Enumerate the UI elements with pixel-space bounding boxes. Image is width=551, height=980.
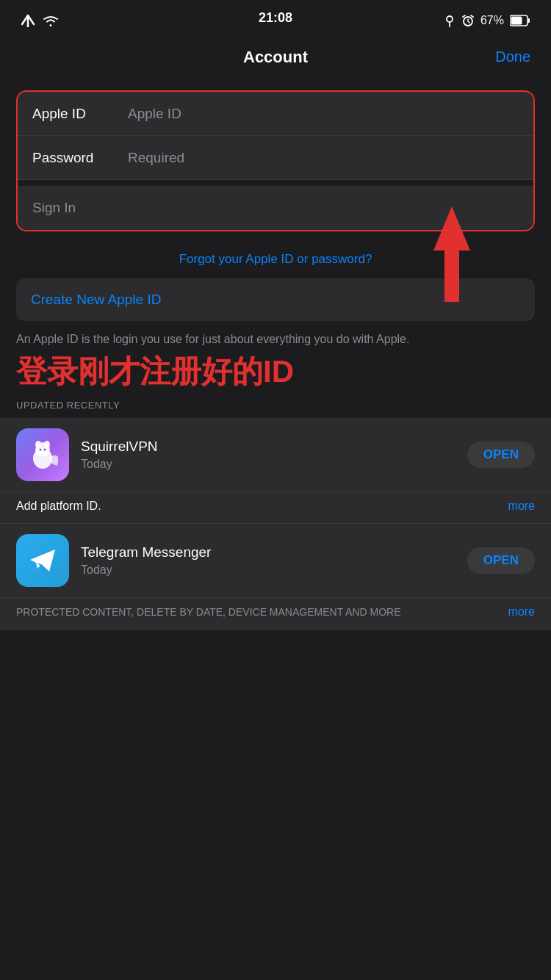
sign-in-label: Sign In [32, 200, 76, 216]
squirrelvpn-date: Today [81, 458, 467, 471]
telegram-open-button[interactable]: OPEN [467, 547, 535, 574]
squirrelvpn-info: SquirrelVPN Today [81, 439, 467, 471]
svg-point-9 [35, 441, 41, 448]
svg-point-12 [44, 448, 46, 450]
svg-rect-5 [511, 17, 522, 25]
location-icon [444, 14, 455, 27]
svg-point-10 [44, 441, 50, 448]
squirrelvpn-more-link[interactable]: more [508, 500, 535, 513]
password-row: Password [18, 136, 533, 180]
apple-id-row: Apple ID [18, 92, 533, 136]
telegram-name: Telegram Messenger [81, 544, 467, 561]
apple-id-label: Apple ID [32, 106, 128, 122]
squirrelvpn-description: Add platform ID. [16, 500, 501, 513]
app-list: SquirrelVPN Today OPEN Add platform ID. … [0, 418, 551, 630]
password-input[interactable] [128, 150, 519, 166]
telegram-icon [16, 534, 69, 587]
telegram-date: Today [81, 563, 467, 577]
signal-icon [21, 14, 35, 27]
chinese-annotation: 登录刚才注册好的ID [0, 350, 551, 393]
squirrelvpn-icon [16, 428, 69, 481]
svg-point-1 [447, 16, 453, 22]
svg-point-11 [40, 448, 42, 450]
wifi-icon [43, 14, 59, 27]
squirrelvpn-desc-row: Add platform ID. more [0, 492, 551, 524]
squirrelvpn-app-item: SquirrelVPN Today OPEN [0, 418, 551, 492]
telegram-desc-row: PROTECTED CONTENT, DELETE BY DATE, DEVIC… [0, 598, 551, 630]
form-container: Apple ID Password Sign In [0, 90, 551, 231]
telegram-info: Telegram Messenger Today [81, 544, 467, 577]
telegram-description: PROTECTED CONTENT, DELETE BY DATE, DEVIC… [16, 606, 501, 618]
squirrelvpn-name: SquirrelVPN [81, 439, 467, 455]
svg-marker-6 [433, 206, 470, 302]
status-right-icons: 67% [444, 14, 530, 27]
password-label: Password [32, 150, 128, 166]
form-divider [18, 180, 533, 186]
telegram-app-item: Telegram Messenger Today OPEN [0, 524, 551, 598]
nav-bar: Account Done [0, 37, 551, 77]
updated-recently-label: UPDATED RECENTLY [0, 394, 551, 418]
status-left-icons [21, 14, 59, 27]
battery-percentage: 67% [480, 14, 504, 27]
status-bar: 21:08 67% [0, 0, 551, 37]
svg-rect-4 [528, 18, 530, 23]
status-time: 21:08 [259, 10, 292, 26]
apple-id-description: An Apple ID is the login you use for jus… [0, 321, 551, 350]
squirrelvpn-open-button[interactable]: OPEN [467, 442, 535, 468]
done-button[interactable]: Done [495, 48, 530, 65]
nav-title: Account [243, 48, 308, 67]
telegram-more-link[interactable]: more [508, 605, 535, 619]
create-apple-id-label: Create New Apple ID [31, 292, 161, 307]
battery-icon [510, 15, 530, 26]
apple-id-input[interactable] [128, 106, 519, 122]
alarm-icon [461, 14, 475, 27]
red-arrow-annotation [419, 206, 485, 305]
